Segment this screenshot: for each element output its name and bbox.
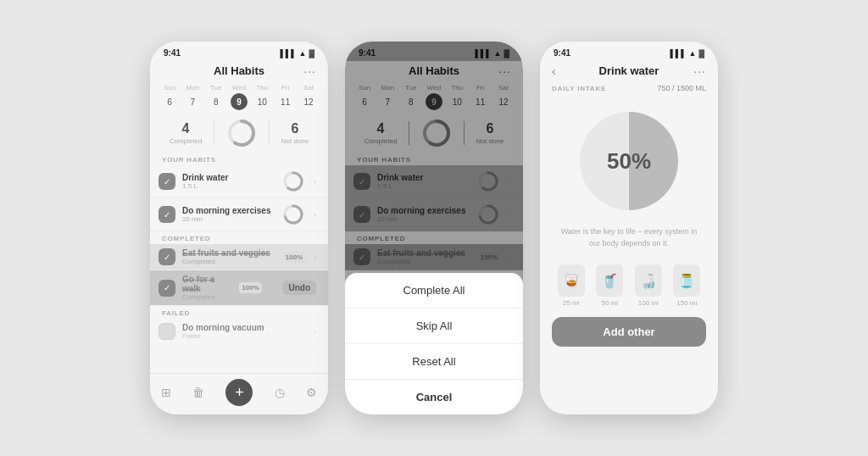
status-bar-1: 9:41 ▌▌▌ ▲ ▓: [150, 42, 328, 61]
tab-gear-icon[interactable]: ⚙: [306, 386, 317, 399]
circle-percent: 50%: [574, 106, 684, 216]
habit-info-2: Do morning exercises 20 min: [182, 206, 275, 223]
cup-150ml-icon: 🫙: [673, 264, 700, 297]
wifi-icon: ▲: [299, 49, 307, 58]
add-other-button[interactable]: Add other: [552, 317, 706, 347]
cup-25ml-label: 25 ml: [563, 299, 580, 307]
habit-progress-1: [281, 170, 305, 193]
not-done-stat: 6 Not done: [281, 121, 309, 145]
complete-all-button[interactable]: Complete All: [345, 273, 523, 309]
circle-chart: 50%: [574, 106, 684, 216]
signal-icon: ▌▌▌: [280, 49, 296, 58]
tab-add-button[interactable]: +: [225, 379, 253, 406]
cup-150ml-label: 150 ml: [676, 299, 697, 307]
wifi-icon-3: ▲: [689, 49, 697, 58]
water-description: Water is the key to life – every system …: [552, 226, 706, 258]
app-title-1: All Habits: [214, 64, 264, 77]
tab-bar-1: ⊞ 🗑 + ◷ ⚙: [150, 373, 328, 414]
habit-info-1: Drink water 1.5 L: [182, 173, 275, 190]
habit-check-2: ✓: [159, 206, 175, 223]
cup-50ml[interactable]: 🥤 50 ml: [596, 264, 623, 307]
cal-day-tue[interactable]: Tue 8: [207, 84, 225, 110]
back-button[interactable]: ‹: [552, 64, 556, 78]
cup-100ml[interactable]: 🍶 100 ml: [635, 264, 662, 307]
phone-1: 9:41 ▌▌▌ ▲ ▓ All Habits ··· Sun 6 Mon 7: [150, 42, 328, 414]
time-1: 9:41: [164, 48, 181, 58]
tab-grid-icon[interactable]: ⊞: [161, 386, 171, 399]
cal-day-thu[interactable]: Thu 10: [253, 84, 271, 110]
undo-button[interactable]: Undo: [282, 281, 316, 295]
completed-label-1: COMPLETED: [150, 231, 328, 244]
cup-25ml[interactable]: 🥃 25 ml: [558, 264, 585, 307]
cup-50ml-icon: 🥤: [596, 264, 623, 297]
habit-info-4: Go for a walk Completed: [182, 275, 232, 301]
habit-walk[interactable]: ✓ Go for a walk Completed 100% › Undo: [150, 270, 328, 306]
battery-icon: ▓: [309, 49, 314, 58]
cal-day-fri[interactable]: Fri 11: [276, 84, 295, 110]
cal-day-mon[interactable]: Mon 7: [183, 84, 202, 110]
cup-25ml-icon: 🥃: [558, 264, 585, 297]
failed-label-1: FAILED: [150, 306, 328, 319]
cup-100ml-label: 100 ml: [638, 299, 659, 307]
habit-check-3: ✓: [159, 248, 175, 265]
app-header-1: All Habits ···: [150, 61, 328, 81]
calendar-1: Sun 6 Mon 7 Tue 8 Wed 9 Thu 10: [150, 81, 328, 112]
app-header-3: ‹ Drink water ···: [540, 61, 718, 81]
menu-dots-1[interactable]: ···: [303, 64, 316, 78]
cup-150ml[interactable]: 🫙 150 ml: [673, 264, 700, 307]
completed-stat: 4 Completed: [170, 121, 203, 145]
phone-1-content: All Habits ··· Sun 6 Mon 7 Tue 8 Wed: [150, 61, 328, 414]
app-title-3: Drink water: [599, 64, 659, 77]
reset-all-button[interactable]: Reset All: [345, 344, 523, 380]
circle-chart-container: 50%: [552, 99, 706, 226]
tab-clock-icon[interactable]: ◷: [275, 386, 285, 399]
drink-water-content: DAILY INTAKE 750 / 1500 ML 50% Water is …: [540, 81, 718, 414]
cal-day-sat[interactable]: Sat 12: [299, 84, 318, 110]
habit-drink-water[interactable]: ✓ Drink water 1.5 L ›: [150, 165, 328, 198]
skip-all-button[interactable]: Skip All: [345, 309, 523, 344]
phone-3: 9:41 ▌▌▌ ▲ ▓ ‹ Drink water ··· DAILY INT…: [540, 42, 718, 414]
daily-intake-value: 750 / 1500 ML: [657, 84, 706, 92]
stat-divider-2: [269, 121, 270, 145]
cal-day-wed[interactable]: Wed 9: [230, 84, 248, 110]
cup-50ml-label: 50 ml: [601, 299, 618, 307]
daily-intake-label: DAILY INTAKE: [552, 85, 606, 92]
habit-check-1: ✓: [159, 173, 175, 190]
time-3: 9:41: [554, 48, 570, 58]
status-bar-3: 9:41 ▌▌▌ ▲ ▓: [540, 42, 718, 61]
tab-trash-icon[interactable]: 🗑: [192, 386, 204, 399]
cancel-button[interactable]: Cancel: [345, 380, 523, 414]
cup-100ml-icon: 🍶: [635, 264, 662, 297]
daily-intake-row: DAILY INTAKE 750 / 1500 ML: [552, 81, 706, 99]
status-icons-1: ▌▌▌ ▲ ▓: [280, 49, 314, 58]
habit-morning-exercises[interactable]: ✓ Do morning exercises 20 min ›: [150, 198, 328, 231]
action-sheet: Complete All Skip All Reset All Cancel: [345, 273, 523, 414]
habit-fruits[interactable]: ✓ Eat fruits and veggies Completed 100% …: [150, 244, 328, 270]
progress-circle-1: [225, 117, 258, 149]
habit-info-5: Do morning vacuum Failed: [182, 323, 305, 340]
habit-progress-2: [281, 203, 305, 226]
status-icons-3: ▌▌▌ ▲ ▓: [670, 49, 704, 58]
cal-day-sun[interactable]: Sun 6: [160, 84, 179, 110]
stat-divider: [214, 121, 214, 145]
water-cups-row: 🥃 25 ml 🥤 50 ml 🍶 100 ml 🫙 150 ml: [552, 258, 706, 315]
phone-2: 9:41 ▌▌▌ ▲ ▓ All Habits ··· Sun6 Mon7 Tu…: [345, 42, 523, 414]
battery-icon-3: ▓: [698, 49, 704, 58]
stats-row-1: 4 Completed 6 Not done: [150, 112, 328, 153]
habit-check-5: [159, 323, 175, 340]
signal-icon-3: ▌▌▌: [670, 49, 686, 58]
habit-check-4: ✓: [159, 280, 175, 297]
habit-vacuum[interactable]: Do morning vacuum Failed ›: [150, 319, 328, 345]
menu-dots-3[interactable]: ···: [693, 64, 706, 78]
action-sheet-overlay: Complete All Skip All Reset All Cancel: [345, 42, 523, 414]
habit-info-3: Eat fruits and veggies Completed: [182, 248, 276, 265]
your-habits-label-1: YOUR HABITS: [150, 153, 328, 165]
